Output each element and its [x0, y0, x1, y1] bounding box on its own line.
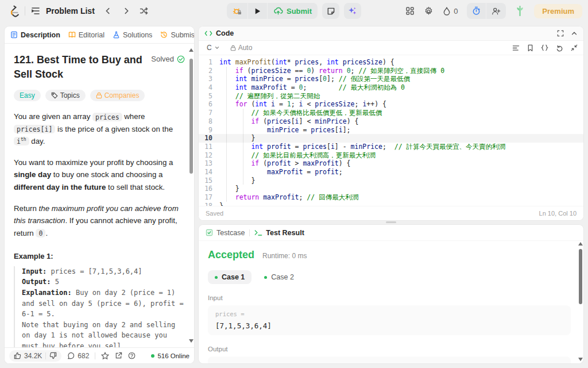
cursor-position: Ln 10, Col 10 — [539, 210, 577, 217]
line-number: 2 — [199, 67, 219, 75]
code-text: int maxProfit = 0; // 最大利潤初始為 0 — [219, 83, 405, 92]
companies-button[interactable]: Companies — [90, 90, 145, 101]
code-line[interactable]: 18} — [199, 202, 583, 206]
tab-submissions[interactable]: Submissions — [160, 31, 194, 39]
prev-problem-button[interactable] — [104, 7, 112, 15]
settings-gear-icon[interactable] — [424, 6, 434, 16]
code-line[interactable]: 4 int maxProfit = 0; // 最大利潤初始為 0 — [199, 83, 583, 92]
code-text: // 如果今天價格比最低價更低，更新最低價 — [219, 109, 382, 117]
case-tab-2[interactable]: Case 2 — [257, 270, 301, 284]
code-text: // 如果比目前最大利潤高，更新最大利潤 — [219, 151, 376, 160]
help-button[interactable] — [128, 352, 136, 359]
result-runtime: Runtime: 0 ms — [262, 252, 307, 260]
timer-button[interactable] — [467, 3, 486, 19]
code-line[interactable]: 10 } — [199, 134, 583, 143]
terminal-icon — [254, 229, 262, 236]
line-number: 7 — [199, 109, 219, 117]
line-number: 15 — [199, 177, 219, 185]
dislike-button[interactable] — [49, 352, 57, 359]
line-number: 4 — [199, 83, 219, 92]
line-number: 3 — [199, 75, 219, 83]
code-editor[interactable]: 1int maxProfit(int* prices, int pricesSi… — [199, 56, 583, 206]
code-line[interactable]: 9 minPrice = prices[i]; — [199, 126, 583, 135]
line-number: 14 — [199, 168, 219, 177]
test-scrollbar[interactable] — [578, 242, 583, 361]
online-count: 516 Online — [151, 352, 189, 359]
shuffle-icon[interactable] — [140, 6, 149, 16]
code-line[interactable]: 2 if (pricesSize == 0) return 0; // 如果陣列… — [199, 67, 583, 75]
fullscreen-icon[interactable] — [557, 30, 564, 37]
collapse-panel-icon[interactable] — [571, 30, 578, 37]
format-code-icon[interactable] — [512, 45, 520, 51]
code-line[interactable]: 8 if (prices[i] < minPrice) { — [199, 117, 583, 126]
scrollbar-thumb[interactable] — [579, 249, 582, 304]
tab-testcase[interactable]: Testcase — [206, 229, 245, 237]
language-selector[interactable]: C — [204, 43, 222, 53]
chevron-down-icon — [214, 45, 220, 51]
share-button[interactable] — [115, 352, 122, 359]
description-scrollbar[interactable] — [189, 46, 194, 345]
premium-button[interactable]: Premium — [534, 4, 582, 18]
scroll-down-arrow[interactable] — [189, 339, 194, 343]
solved-check-icon — [177, 55, 185, 63]
line-number: 17 — [199, 193, 219, 202]
code-line[interactable]: 12 // 如果比目前最大利潤高，更新最大利潤 — [199, 151, 583, 160]
favorite-button[interactable] — [101, 352, 109, 360]
tab-solutions[interactable]: Solutions — [113, 31, 152, 39]
code-line[interactable]: 13 if (profit > maxProfit) { — [199, 159, 583, 168]
auto-mode-chip[interactable]: Auto — [230, 44, 253, 52]
braces-icon[interactable] — [541, 44, 548, 51]
problem-list-icon[interactable] — [31, 6, 40, 16]
case-tab-1[interactable]: Case 1 — [208, 270, 252, 284]
code-line[interactable]: 11 int profit = prices[i] - minPrice; //… — [199, 143, 583, 151]
collapse-editor-icon[interactable] — [571, 44, 578, 51]
code-line[interactable]: 7 // 如果今天價格比最低價更低，更新最低價 — [199, 109, 583, 117]
reset-code-icon[interactable] — [556, 44, 563, 52]
scroll-up-arrow[interactable] — [189, 48, 194, 52]
code-line[interactable]: 17 return maxProfit; // 回傳最大利潤 — [199, 193, 583, 202]
tab-editorial[interactable]: Editorial — [68, 31, 105, 39]
solved-badge: Solved — [151, 55, 185, 63]
code-line[interactable]: 16 } — [199, 185, 583, 193]
streak-counter[interactable]: 0 — [443, 6, 458, 16]
code-text: return maxProfit; // 回傳最大利潤 — [219, 193, 358, 202]
code-line[interactable]: 1int maxProfit(int* prices, int pricesSi… — [199, 58, 583, 67]
leetcode-logo[interactable] — [8, 5, 19, 17]
submissions-icon — [160, 31, 168, 39]
difficulty-badge[interactable]: Easy — [14, 90, 41, 101]
notes-button[interactable] — [322, 3, 339, 19]
like-button[interactable]: 34.2K — [14, 352, 42, 360]
code-line[interactable]: 3 int minPrice = prices[0]; // 假設第一天是最低價 — [199, 75, 583, 83]
scroll-up-arrow[interactable] — [578, 242, 583, 246]
problem-list-label[interactable]: Problem List — [46, 6, 95, 16]
tab-description[interactable]: Description — [10, 31, 60, 39]
tab-test-result[interactable]: Test Result — [254, 229, 304, 237]
code-line[interactable]: 6 for (int i = 1; i < pricesSize; i++) { — [199, 100, 583, 109]
bookmark-icon[interactable] — [527, 44, 533, 52]
submit-button[interactable]: Submit — [267, 3, 318, 19]
code-line[interactable]: 5 // 遍歷陣列，從第二天開始 — [199, 92, 583, 101]
line-number: 9 — [199, 126, 219, 135]
comments-button[interactable]: 682 — [67, 352, 89, 360]
scrollbar-thumb[interactable] — [189, 59, 193, 174]
output-box[interactable]: 5 — [208, 356, 571, 363]
debug-button[interactable] — [227, 3, 247, 19]
panel-drag-handle[interactable] — [386, 221, 396, 223]
plant-streak-icon[interactable] — [515, 6, 525, 16]
problem-footer: 34.2K 682 516 Online — [5, 347, 194, 363]
topics-button[interactable]: Topics — [45, 90, 86, 101]
code-line[interactable]: 14 maxProfit = profit; — [199, 168, 583, 177]
problem-paragraph: You are given an array prices where pric… — [14, 110, 185, 147]
test-result-content: Accepted Runtime: 0 ms Case 1Case 2 Inpu… — [199, 241, 577, 363]
case-dot — [215, 276, 218, 279]
layout-grid-icon[interactable] — [405, 6, 415, 16]
code-line[interactable]: 15 } — [199, 177, 583, 185]
run-button[interactable] — [247, 3, 267, 19]
code-icon — [204, 30, 212, 37]
input-box[interactable]: prices = [7,1,5,3,6,4] — [208, 305, 571, 335]
code-text: minPrice = prices[i]; — [219, 126, 351, 135]
collaborate-button[interactable] — [486, 3, 506, 19]
next-problem-button[interactable] — [122, 7, 130, 15]
scroll-down-arrow[interactable] — [578, 358, 583, 361]
ai-sparkle-button[interactable] — [344, 3, 361, 19]
